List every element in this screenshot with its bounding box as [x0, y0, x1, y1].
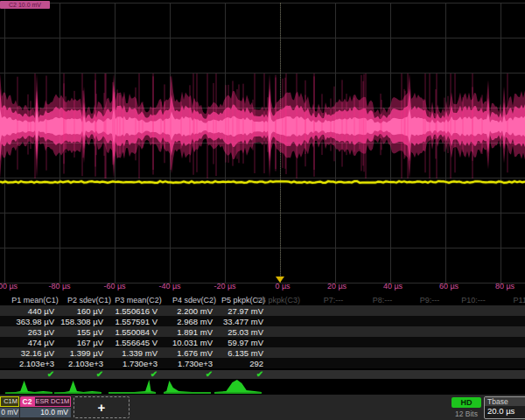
- measure-value-cell: 160 µV: [42, 306, 103, 316]
- c1-scale-value: 0 mV: [0, 408, 19, 417]
- time-axis-tick-label: 80 µs: [495, 282, 514, 290]
- histicon-p2: [54, 380, 102, 394]
- measure-value-cell: 59.97 mV: [202, 338, 263, 347]
- time-axis-tick-label: -20 µs: [214, 282, 235, 290]
- time-axis-tick-label: 20 µs: [327, 282, 346, 290]
- time-axis-tick-label: -100 µs: [0, 282, 18, 290]
- hd-mode-badge[interactable]: HD: [452, 397, 481, 408]
- c1-flat-trace: [0, 181, 525, 183]
- histicon-p5: [214, 380, 262, 394]
- measure-column-header-inactive[interactable]: P10:---: [461, 296, 486, 304]
- timebase-value: 20.0 µs: [485, 406, 525, 416]
- measure-value-cell: 1.550084 V: [96, 327, 158, 337]
- waveform-traces: [0, 0, 525, 292]
- measure-value-cell: 33.477 mV: [202, 317, 263, 326]
- measure-value-cell: 1.730e+3: [96, 359, 158, 368]
- histicon-p3: [108, 380, 156, 394]
- measure-column-header-inactive[interactable]: P8:---: [373, 296, 393, 304]
- histicon-p1: [5, 380, 52, 394]
- time-axis-tick-label: -80 µs: [48, 282, 70, 290]
- status-check-icon: ✔: [206, 369, 213, 379]
- c2-scale-value: 10.0 mV: [20, 408, 71, 417]
- time-axis-tick-label: 0 µs: [275, 282, 290, 290]
- measure-column-header[interactable]: P1 mean(C1): [11, 296, 59, 304]
- measure-column-header[interactable]: P4 sdev(C2): [172, 296, 216, 304]
- time-axis-tick-label: 60 µs: [439, 282, 458, 290]
- measure-value-cell: 25.03 mV: [202, 327, 263, 337]
- measure-value-cell: 6.135 mV: [202, 348, 263, 358]
- timebase-label: Tbase: [485, 397, 525, 406]
- time-axis-tick-label: -60 µs: [103, 282, 125, 290]
- measure-value-cell: 1.556645 V: [96, 338, 158, 347]
- measure-column-header-inactive[interactable]: P6 pkpk(C3): [256, 296, 300, 304]
- time-axis-tick-label: -40 µs: [158, 282, 180, 290]
- trigger-position-icon[interactable]: [276, 276, 284, 283]
- status-check-icon: ✔: [47, 369, 54, 379]
- descriptor-bar: C1M 0 mV C2 ESR DC1M 10.0 mV + HD 12 Bit…: [0, 395, 525, 420]
- status-check-icon: ✔: [150, 369, 158, 379]
- time-axis-tick-label: 40 µs: [383, 282, 402, 290]
- measure-value-cell: 167 µV: [42, 338, 103, 347]
- channel-c1-descriptor[interactable]: C1M 0 mV: [0, 396, 19, 417]
- measure-column-header-inactive[interactable]: P7:---: [324, 296, 344, 304]
- measure-value-cell: 1.557591 V: [96, 317, 158, 326]
- measure-value-cell: 292: [202, 359, 263, 368]
- add-trace-button[interactable]: +: [74, 396, 130, 418]
- measure-value-cell: 2.103e+3: [42, 359, 103, 368]
- status-check-icon: ✔: [256, 369, 263, 379]
- measure-value-cell: 27.97 mV: [202, 306, 263, 316]
- histicon-p4: [164, 380, 211, 394]
- measure-value-cell: 1.399 µV: [42, 348, 103, 358]
- hd-bits-label: 12 Bits: [446, 410, 486, 418]
- c2-channel-badge: C2: [20, 396, 34, 407]
- measure-value-cell: 158.308 µV: [42, 317, 103, 326]
- trace-annotation-badge: C2 10.0 mV: [0, 1, 50, 9]
- timebase-descriptor[interactable]: Tbase 20.0 µs: [484, 396, 525, 419]
- measure-column-header[interactable]: P2 sdev(C1): [67, 296, 111, 304]
- measure-value-cell: 155 µV: [42, 327, 103, 337]
- measure-value-cell: 1.550616 V: [96, 306, 158, 316]
- c2-coupling-badge: ESR DC1M: [34, 396, 71, 407]
- status-check-icon: ✔: [96, 369, 103, 379]
- time-axis: -100 µs-80 µs-60 µs-40 µs-20 µs0 µs20 µs…: [0, 278, 525, 292]
- c1-coupling-badge: C1M: [0, 396, 19, 407]
- measure-column-header[interactable]: P3 mean(C2): [115, 296, 162, 304]
- oscilloscope-screen: C2 10.0 mV -100 µs-80 µs-60 µs-40 µs-20 …: [0, 0, 525, 420]
- measure-table: P1 mean(C1)440 µV363.98 µV263 µV474 µV32…: [0, 294, 525, 371]
- measure-column-header-inactive[interactable]: P9:---: [420, 296, 440, 304]
- channel-c2-descriptor[interactable]: C2 ESR DC1M 10.0 mV: [20, 396, 71, 417]
- measure-value-cell: 1.339 mV: [96, 348, 158, 358]
- measure-column-header-inactive[interactable]: P11:---: [514, 296, 525, 304]
